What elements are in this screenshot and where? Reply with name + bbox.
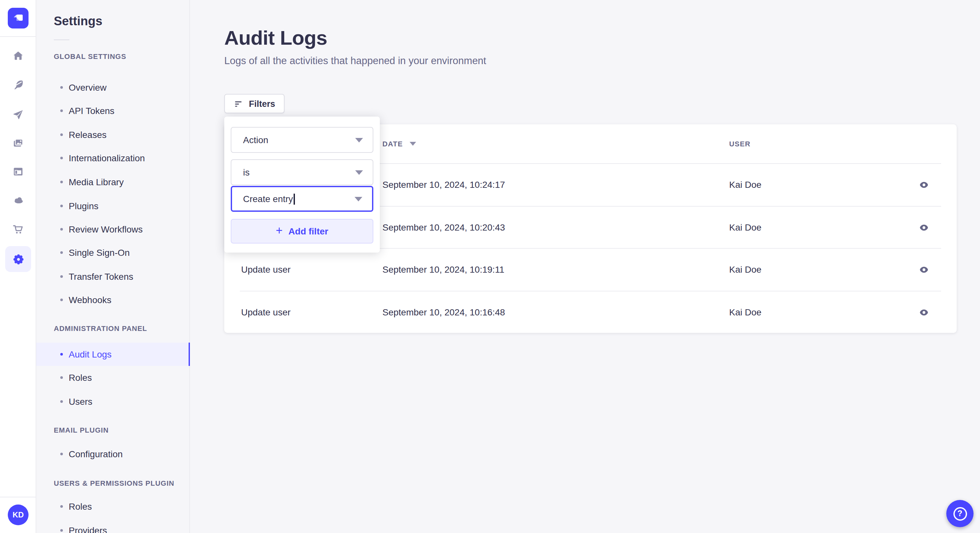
column-header-user: USER	[729, 124, 751, 163]
filter-value-combobox[interactable]: Create entry	[231, 186, 373, 212]
eye-icon	[918, 222, 929, 233]
sidebar-item-single-sign-on[interactable]: Single Sign-On	[36, 241, 190, 264]
rail-divider-bottom	[0, 497, 36, 497]
help-button[interactable]: ?	[946, 500, 974, 527]
section-label-users-permissions-plugin: USERS & PERMISSIONS PLUGIN	[54, 479, 174, 487]
sidebar-item-label: Webhooks	[69, 295, 111, 305]
sidebar-item-audit-logs[interactable]: Audit Logs	[36, 343, 190, 366]
sidebar-item-label: Plugins	[69, 201, 99, 211]
user-avatar[interactable]: KD	[8, 504, 29, 525]
view-details-button[interactable]	[913, 174, 934, 195]
home-icon	[12, 49, 25, 62]
sidebar-item-email-configuration[interactable]: Configuration	[36, 443, 190, 466]
content-builder-nav-button[interactable]	[5, 72, 31, 98]
cloud-nav-button[interactable]	[5, 187, 31, 213]
filter-operator-select[interactable]: is	[231, 159, 373, 185]
filter-popover: Action is Create entry + Add filter	[224, 117, 380, 252]
section-label-global-settings: GLOBAL SETTINGS	[54, 52, 126, 60]
question-mark-glyph: ?	[957, 510, 962, 518]
sidebar-item-review-workflows[interactable]: Review Workflows	[36, 217, 190, 241]
settings-gear-icon	[11, 252, 25, 266]
app-root: KD Settings GLOBAL SETTINGS Overview API…	[0, 0, 980, 533]
text-cursor	[294, 194, 294, 204]
filter-field-select[interactable]: Action	[231, 127, 373, 153]
sidebar-item-label: Users	[69, 397, 92, 407]
cell-date: September 10, 2024, 10:24:17	[382, 163, 505, 206]
view-details-button[interactable]	[913, 302, 934, 322]
cell-action: Update user	[241, 248, 291, 291]
pen-feather-icon	[12, 78, 25, 91]
sidebar-item-api-tokens[interactable]: API Tokens	[36, 99, 190, 122]
cell-date: September 10, 2024, 10:19:11	[382, 248, 504, 291]
sidebar-item-media-library[interactable]: Media Library	[36, 170, 190, 194]
filters-button[interactable]: Filters	[224, 94, 284, 113]
view-details-button[interactable]	[913, 259, 934, 280]
sidebar-item-label: Overview	[69, 82, 107, 93]
media-pictures-icon	[12, 136, 25, 150]
page-subtitle: Logs of all the activities that happened…	[224, 55, 486, 67]
cloud-icon	[12, 194, 25, 206]
sidebar-item-label: Audit Logs	[69, 349, 111, 359]
content-manager-nav-button[interactable]	[5, 159, 31, 185]
column-header-date-label: DATE	[382, 140, 403, 148]
sidebar-item-label: Roles	[69, 501, 92, 512]
rail-divider-top	[0, 36, 36, 37]
filter-operator-value: is	[243, 167, 250, 178]
add-filter-button[interactable]: + Add filter	[231, 219, 373, 244]
cell-date: September 10, 2024, 10:16:48	[382, 291, 505, 333]
chevron-down-icon	[355, 138, 363, 142]
avatar-initials: KD	[13, 510, 24, 519]
strapi-logo[interactable]	[8, 8, 29, 29]
sidebar-item-releases[interactable]: Releases	[36, 123, 190, 146]
sidebar-title-divider	[54, 40, 69, 40]
sidebar-item-up-providers[interactable]: Providers	[36, 519, 190, 533]
plus-icon: +	[276, 225, 283, 236]
sidebar-item-label: Media Library	[69, 177, 124, 187]
layout-icon	[12, 165, 25, 178]
sidebar-item-admin-roles[interactable]: Roles	[36, 366, 190, 389]
page-title: Audit Logs	[224, 27, 327, 50]
marketplace-nav-button[interactable]	[5, 216, 31, 242]
settings-nav-button[interactable]	[5, 246, 31, 272]
cart-icon	[12, 223, 25, 236]
eye-icon	[918, 264, 929, 275]
chevron-down-icon	[355, 197, 362, 201]
chevron-down-icon	[355, 170, 363, 174]
cell-date: September 10, 2024, 10:20:43	[382, 206, 505, 249]
cell-user: Kai Doe	[729, 291, 762, 333]
filter-field-value: Action	[243, 135, 268, 145]
column-header-date[interactable]: DATE	[382, 124, 416, 163]
eye-icon	[918, 307, 929, 318]
app-rail: KD	[0, 0, 36, 533]
strapi-logo-icon	[10, 10, 26, 26]
add-filter-label: Add filter	[288, 226, 328, 236]
settings-sidebar: Settings GLOBAL SETTINGS Overview API To…	[36, 0, 190, 533]
sidebar-item-label: Single Sign-On	[69, 247, 130, 258]
sidebar-item-up-roles[interactable]: Roles	[36, 495, 190, 518]
view-details-button[interactable]	[913, 217, 934, 238]
filters-button-label: Filters	[249, 99, 275, 108]
sidebar-item-label: Internationalization	[69, 153, 145, 163]
sidebar-item-label: Releases	[69, 130, 107, 140]
question-mark-icon: ?	[953, 507, 967, 520]
section-label-administration-panel: ADMINISTRATION PANEL	[54, 324, 147, 332]
media-library-nav-button[interactable]	[5, 130, 31, 156]
table-row[interactable]: Update user September 10, 2024, 10:19:11…	[224, 248, 957, 291]
sidebar-item-transfer-tokens[interactable]: Transfer Tokens	[36, 265, 190, 288]
sidebar-item-label: API Tokens	[69, 106, 115, 116]
home-nav-button[interactable]	[5, 43, 31, 69]
sidebar-item-webhooks[interactable]: Webhooks	[36, 288, 190, 311]
sort-descending-icon	[409, 142, 416, 146]
main-content: Audit Logs Logs of all the activities th…	[190, 0, 980, 533]
sidebar-item-internationalization[interactable]: Internationalization	[36, 146, 190, 170]
filter-value-text: Create entry	[243, 194, 293, 204]
filter-icon	[233, 98, 244, 109]
table-row[interactable]: Update user September 10, 2024, 10:16:48…	[224, 291, 957, 333]
cell-user: Kai Doe	[729, 248, 762, 291]
sidebar-item-overview[interactable]: Overview	[36, 76, 190, 99]
sidebar-item-plugins[interactable]: Plugins	[36, 194, 190, 217]
cell-action: Update user	[241, 291, 291, 333]
deploy-nav-button[interactable]	[5, 102, 31, 128]
sidebar-item-admin-users[interactable]: Users	[36, 390, 190, 413]
sidebar-item-label: Configuration	[69, 449, 123, 459]
